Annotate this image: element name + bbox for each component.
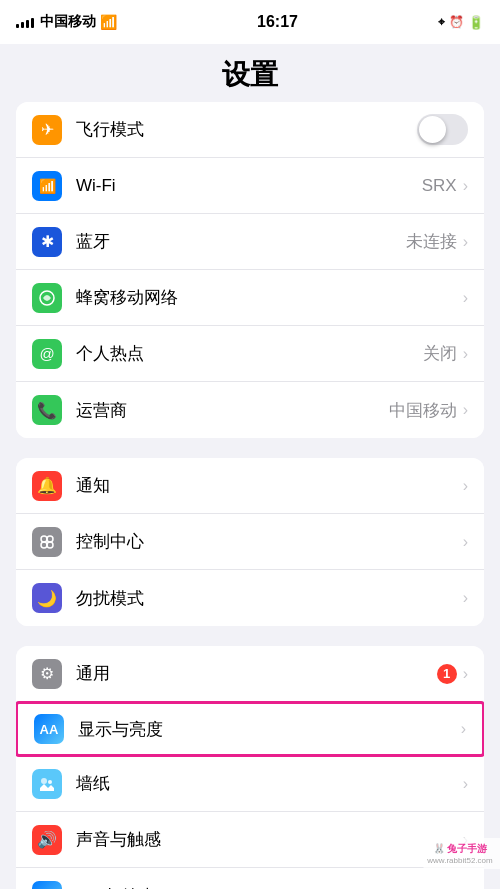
carrier-label: 中国移动	[40, 13, 96, 31]
sounds-icon: 🔊	[32, 825, 62, 855]
general-icon: ⚙	[32, 659, 62, 689]
general-chevron: ›	[463, 665, 468, 683]
bluetooth-chevron: ›	[463, 233, 468, 251]
carrier-value: 中国移动	[389, 399, 457, 422]
cellular-label: 蜂窝移动网络	[76, 286, 463, 309]
svg-point-4	[47, 542, 53, 548]
notifications-group: 🔔 通知 › 控制中心 › 🌙 勿扰模式 ›	[16, 458, 484, 626]
notifications-icon: 🔔	[32, 471, 62, 501]
hotspot-row[interactable]: @ 个人热点 关闭 ›	[16, 326, 484, 382]
bluetooth-icon: ✱	[32, 227, 62, 257]
status-bar: 中国移动 📶 16:17 ⌖ ⏰ 🔋	[0, 0, 500, 44]
display-row[interactable]: AA 显示与亮度 ›	[16, 701, 484, 757]
dnd-row[interactable]: 🌙 勿扰模式 ›	[16, 570, 484, 626]
wifi-chevron: ›	[463, 177, 468, 195]
general-label: 通用	[76, 662, 437, 685]
page-header: 设置	[0, 44, 500, 102]
watermark: 🐰 兔子手游 www.rabbit52.com	[420, 838, 500, 869]
wifi-label: Wi-Fi	[76, 176, 422, 196]
controlcenter-label: 控制中心	[76, 530, 463, 553]
svg-point-5	[41, 778, 47, 784]
bluetooth-label: 蓝牙	[76, 230, 406, 253]
dnd-label: 勿扰模式	[76, 587, 463, 610]
cellular-row[interactable]: 蜂窝移动网络 ›	[16, 270, 484, 326]
airplane-toggle[interactable]	[417, 114, 468, 145]
controlcenter-chevron: ›	[463, 533, 468, 551]
network-group: ✈ 飞行模式 📶 Wi-Fi SRX › ✱ 蓝牙 未连接 › 蜂窝移动网络	[16, 102, 484, 438]
controlcenter-icon	[32, 527, 62, 557]
carrier-icon: 📞	[32, 395, 62, 425]
hotspot-label: 个人热点	[76, 342, 423, 365]
wifi-value: SRX	[422, 176, 457, 196]
status-time: 16:17	[257, 13, 298, 31]
watermark-url: www.rabbit52.com	[426, 856, 494, 865]
hotspot-chevron: ›	[463, 345, 468, 363]
cellular-icon	[32, 283, 62, 313]
notifications-chevron: ›	[463, 477, 468, 495]
airplane-label: 飞行模式	[76, 118, 417, 141]
toggle-knob	[419, 116, 446, 143]
alarm-icon: ⏰	[449, 15, 464, 29]
svg-point-6	[48, 780, 52, 784]
siri-label: Siri 与搜索	[76, 885, 463, 890]
svg-point-2	[47, 536, 53, 542]
display-chevron: ›	[461, 720, 466, 738]
bluetooth-value: 未连接	[406, 230, 457, 253]
bluetooth-row[interactable]: ✱ 蓝牙 未连接 ›	[16, 214, 484, 270]
location-icon: ⌖	[438, 15, 445, 29]
wifi-row[interactable]: 📶 Wi-Fi SRX ›	[16, 158, 484, 214]
sounds-row[interactable]: 🔊 声音与触感 ›	[16, 812, 484, 868]
controlcenter-row[interactable]: 控制中心 ›	[16, 514, 484, 570]
dnd-icon: 🌙	[32, 583, 62, 613]
signal-icon	[16, 16, 34, 28]
page-title: 设置	[0, 56, 500, 94]
display-label: 显示与亮度	[78, 718, 461, 741]
airplane-row[interactable]: ✈ 飞行模式	[16, 102, 484, 158]
cellular-chevron: ›	[463, 289, 468, 307]
watermark-content: 🐰 兔子手游 www.rabbit52.com	[420, 838, 500, 869]
wallpaper-label: 墙纸	[76, 772, 463, 795]
status-right: ⌖ ⏰ 🔋	[438, 15, 484, 30]
hotspot-value: 关闭	[423, 342, 457, 365]
battery-icon: 🔋	[468, 15, 484, 30]
general-row[interactable]: ⚙ 通用 1 ›	[16, 646, 484, 702]
hotspot-icon: @	[32, 339, 62, 369]
svg-point-1	[41, 536, 47, 542]
svg-point-3	[41, 542, 47, 548]
status-left: 中国移动 📶	[16, 13, 117, 31]
general-badge: 1	[437, 664, 457, 684]
dnd-chevron: ›	[463, 589, 468, 607]
watermark-logo: 🐰 兔子手游	[426, 842, 494, 856]
sounds-label: 声音与触感	[76, 828, 463, 851]
siri-icon	[32, 881, 62, 889]
wifi-icon: 📶	[32, 171, 62, 201]
wallpaper-chevron: ›	[463, 775, 468, 793]
carrier-chevron: ›	[463, 401, 468, 419]
display-icon: AA	[34, 714, 64, 744]
carrier-label: 运营商	[76, 399, 389, 422]
carrier-row[interactable]: 📞 运营商 中国移动 ›	[16, 382, 484, 438]
notifications-label: 通知	[76, 474, 463, 497]
airplane-icon: ✈	[32, 115, 62, 145]
wallpaper-icon	[32, 769, 62, 799]
siri-row[interactable]: Siri 与搜索 ›	[16, 868, 484, 889]
wifi-status-icon: 📶	[100, 14, 117, 30]
general-group: ⚙ 通用 1 › AA 显示与亮度 › 墙纸 › 🔊 声音与触感 ›	[16, 646, 484, 889]
notifications-row[interactable]: 🔔 通知 ›	[16, 458, 484, 514]
wallpaper-row[interactable]: 墙纸 ›	[16, 756, 484, 812]
